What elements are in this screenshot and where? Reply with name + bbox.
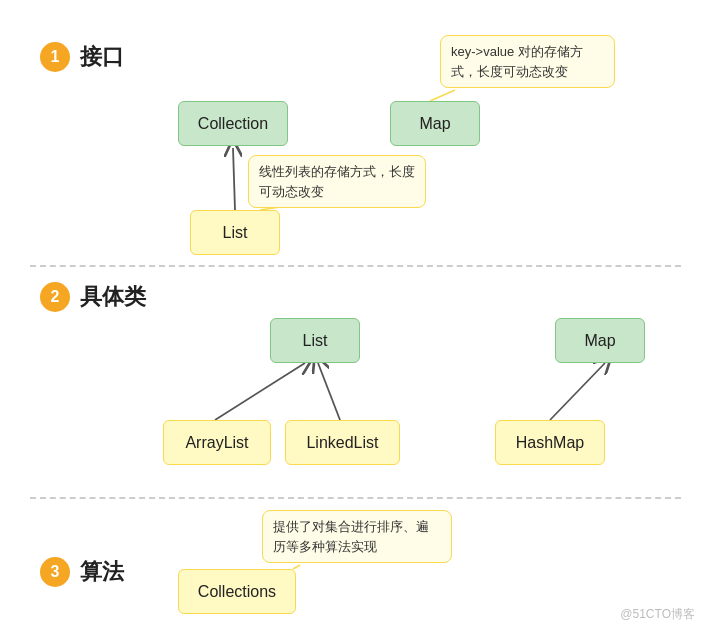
- watermark: @51CTO博客: [620, 606, 695, 623]
- box-map-s2: Map: [555, 318, 645, 363]
- box-list-s2: List: [270, 318, 360, 363]
- box-collection: Collection: [178, 101, 288, 146]
- svg-line-5: [430, 90, 455, 101]
- section-interfaces-label: 1 接口: [40, 42, 124, 72]
- diagram-container: 1 接口 2 具体类 3 算法 Collection Map List key-…: [0, 0, 711, 631]
- box-hashmap: HashMap: [495, 420, 605, 465]
- label-algorithms: 算法: [80, 557, 124, 587]
- box-linkedlist: LinkedList: [285, 420, 400, 465]
- label-interfaces: 接口: [80, 42, 124, 72]
- section-classes-label: 2 具体类: [40, 282, 146, 312]
- svg-line-3: [318, 363, 340, 420]
- divider-2: [30, 497, 681, 499]
- box-arraylist: ArrayList: [163, 420, 271, 465]
- tooltip-collections: 提供了对集合进行排序、遍历等多种算法实现: [262, 510, 452, 563]
- circle-2: 2: [40, 282, 70, 312]
- svg-line-7: [293, 565, 300, 569]
- label-classes: 具体类: [80, 282, 146, 312]
- box-list-s1: List: [190, 210, 280, 255]
- box-collections: Collections: [178, 569, 296, 614]
- svg-line-1: [233, 148, 235, 210]
- svg-line-2: [215, 363, 305, 420]
- circle-3: 3: [40, 557, 70, 587]
- tooltip-list: 线性列表的存储方式，长度 可动态改变: [248, 155, 426, 208]
- section-algorithms-label: 3 算法: [40, 557, 124, 587]
- tooltip-map: key->value 对的存储方 式，长度可动态改变: [440, 35, 615, 88]
- svg-line-4: [550, 363, 605, 420]
- box-map-s1: Map: [390, 101, 480, 146]
- circle-1: 1: [40, 42, 70, 72]
- divider-1: [30, 265, 681, 267]
